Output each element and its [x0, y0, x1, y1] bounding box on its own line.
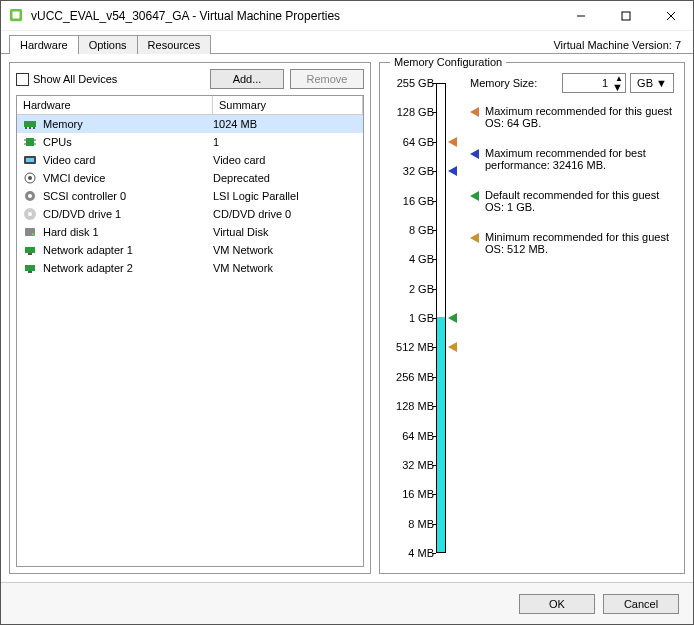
table-row[interactable]: SCSI controller 0LSI Logic Parallel — [17, 187, 363, 205]
hardware-summary: 1024 MB — [213, 118, 359, 130]
cancel-button[interactable]: Cancel — [603, 594, 679, 614]
memory-tick-label: 32 MB — [402, 459, 434, 471]
memory-unit-value: GB — [637, 77, 653, 89]
memory-size-label: Memory Size: — [470, 77, 537, 89]
tab-resources[interactable]: Resources — [137, 35, 212, 54]
hardware-summary: VM Network — [213, 262, 359, 274]
hardware-name: Network adapter 1 — [39, 244, 213, 256]
memory-legend: Memory Configuration — [390, 56, 506, 68]
hardware-name: SCSI controller 0 — [39, 190, 213, 202]
svg-point-18 — [28, 176, 32, 180]
memory-note: Default recommended for this guest OS: 1… — [470, 189, 674, 213]
memory-marker — [448, 342, 457, 352]
memory-note: Maximum recommended for this guest OS: 6… — [470, 105, 674, 129]
tab-hardware[interactable]: Hardware — [9, 35, 79, 54]
memory-tick-label: 4 MB — [408, 547, 434, 559]
tick-mark — [432, 259, 436, 260]
memory-tick-label: 8 GB — [409, 224, 434, 236]
hardware-name: Network adapter 2 — [39, 262, 213, 274]
window-buttons — [558, 1, 693, 30]
dialog-footer: OK Cancel — [1, 582, 693, 624]
close-button[interactable] — [648, 1, 693, 30]
show-all-label: Show All Devices — [33, 73, 117, 85]
hardware-table-body: Memory1024 MBCPUs1Video cardVideo cardVM… — [17, 115, 363, 566]
memory-tick-label: 255 GB — [397, 77, 434, 89]
ok-button[interactable]: OK — [519, 594, 595, 614]
tick-mark — [432, 347, 436, 348]
nic-icon — [21, 261, 39, 275]
svg-rect-25 — [25, 247, 35, 253]
cd-icon — [21, 207, 39, 221]
hardware-name: Memory — [39, 118, 213, 130]
table-row[interactable]: Memory1024 MB — [17, 115, 363, 133]
memory-tick-label: 512 MB — [396, 341, 434, 353]
table-row[interactable]: Network adapter 2VM Network — [17, 259, 363, 277]
hardware-summary: Virtual Disk — [213, 226, 359, 238]
memory-scale: 255 GB128 GB64 GB32 GB16 GB8 GB4 GB2 GB1… — [390, 81, 460, 563]
table-row[interactable]: Video cardVideo card — [17, 151, 363, 169]
add-button[interactable]: Add... — [210, 69, 284, 89]
triangle-icon — [470, 233, 479, 243]
svg-rect-3 — [622, 12, 630, 20]
memory-tick-label: 16 MB — [402, 488, 434, 500]
hardware-panel: Show All Devices Add... Remove Hardware … — [9, 62, 371, 574]
minimize-button[interactable] — [558, 1, 603, 30]
memory-tick-label: 32 GB — [403, 165, 434, 177]
checkbox-box — [16, 73, 29, 86]
col-hardware[interactable]: Hardware — [17, 96, 213, 114]
hardware-summary: VM Network — [213, 244, 359, 256]
tick-mark — [432, 553, 436, 554]
table-row[interactable]: VMCI deviceDeprecated — [17, 169, 363, 187]
svg-rect-16 — [26, 158, 34, 162]
memory-tick-label: 16 GB — [403, 195, 434, 207]
hardware-summary: 1 — [213, 136, 359, 148]
maximize-button[interactable] — [603, 1, 648, 30]
memory-notes: Maximum recommended for this guest OS: 6… — [470, 105, 674, 255]
svg-point-22 — [28, 212, 32, 216]
memory-scale-bar[interactable] — [436, 83, 446, 553]
hardware-summary: Video card — [213, 154, 359, 166]
memory-note: Maximum recommended for best performance… — [470, 147, 674, 171]
tick-mark — [432, 436, 436, 437]
triangle-icon — [470, 107, 479, 117]
table-row[interactable]: CPUs1 — [17, 133, 363, 151]
memory-size-input[interactable]: 1 ▲▼ — [562, 73, 626, 93]
table-row[interactable]: Hard disk 1Virtual Disk — [17, 223, 363, 241]
memory-unit-select[interactable]: GB ▼ — [630, 73, 674, 93]
memory-tick-label: 4 GB — [409, 253, 434, 265]
note-text: Maximum recommended for best performance… — [485, 147, 674, 171]
show-all-devices-checkbox[interactable]: Show All Devices — [16, 73, 204, 86]
note-text: Minimum recommended for this guest OS: 5… — [485, 231, 674, 255]
table-row[interactable]: Network adapter 1VM Network — [17, 241, 363, 259]
svg-rect-8 — [29, 127, 31, 129]
memory-tick-label: 64 GB — [403, 136, 434, 148]
hardware-name: Hard disk 1 — [39, 226, 213, 238]
tab-options[interactable]: Options — [78, 35, 138, 54]
memory-marker — [448, 137, 457, 147]
tick-mark — [432, 289, 436, 290]
memory-tick-label: 1 GB — [409, 312, 434, 324]
note-text: Maximum recommended for this guest OS: 6… — [485, 105, 674, 129]
svg-point-24 — [32, 233, 34, 235]
spinner-icon[interactable]: ▲▼ — [612, 75, 623, 91]
tick-mark — [432, 406, 436, 407]
col-summary[interactable]: Summary — [213, 96, 363, 114]
memory-note: Minimum recommended for this guest OS: 5… — [470, 231, 674, 255]
memory-marker — [448, 166, 457, 176]
memory-tick-label: 256 MB — [396, 371, 434, 383]
disk-icon — [21, 225, 39, 239]
tick-mark — [432, 465, 436, 466]
vmci-icon — [21, 171, 39, 185]
hardware-name: VMCI device — [39, 172, 213, 184]
hardware-table: Hardware Summary Memory1024 MBCPUs1Video… — [16, 95, 364, 567]
svg-rect-7 — [25, 127, 27, 129]
tick-mark — [432, 318, 436, 319]
body: Show All Devices Add... Remove Hardware … — [1, 54, 693, 582]
table-row[interactable]: CD/DVD drive 1CD/DVD drive 0 — [17, 205, 363, 223]
tick-mark — [432, 377, 436, 378]
hardware-name: CPUs — [39, 136, 213, 148]
memory-size-row: Memory Size: 1 ▲▼ GB ▼ — [470, 73, 674, 93]
tick-mark — [432, 201, 436, 202]
memory-right-column: Memory Size: 1 ▲▼ GB ▼ Maximum recommend… — [470, 73, 674, 255]
vm-properties-window: vUCC_EVAL_v54_30647_GA - Virtual Machine… — [0, 0, 694, 625]
